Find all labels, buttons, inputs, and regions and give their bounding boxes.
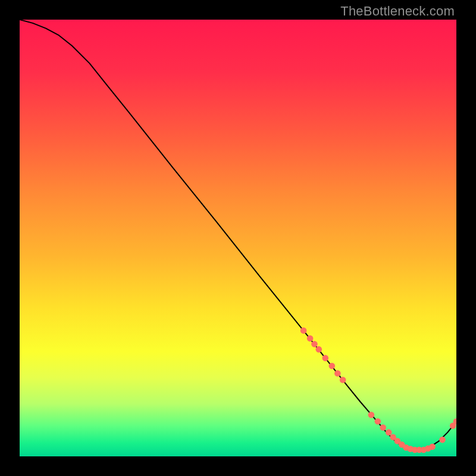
data-point	[322, 355, 329, 362]
data-point	[311, 341, 318, 347]
bottleneck-curve	[20, 20, 456, 450]
data-point	[429, 444, 436, 450]
data-point	[386, 429, 392, 436]
chart-stage: TheBottleneck.com	[0, 0, 476, 476]
data-point	[315, 346, 322, 353]
data-point	[300, 327, 307, 334]
data-point	[380, 424, 386, 431]
plot-area	[20, 20, 456, 456]
data-point	[368, 412, 375, 418]
chart-svg	[20, 20, 456, 456]
data-point	[439, 437, 446, 443]
data-point	[329, 363, 336, 369]
data-point	[340, 377, 346, 383]
data-point	[307, 336, 314, 342]
data-point	[334, 370, 341, 377]
watermark-text: TheBottleneck.com	[340, 4, 455, 19]
data-point	[375, 418, 381, 425]
